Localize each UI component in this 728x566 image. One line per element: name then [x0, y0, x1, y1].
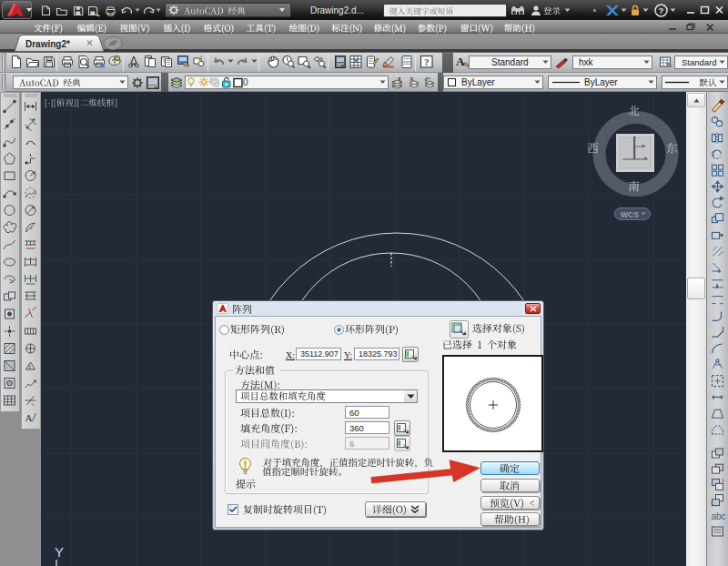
svg-text:A: A: [25, 412, 33, 423]
svg-text:1: 1: [28, 364, 32, 369]
svg-text:?: ?: [424, 56, 430, 67]
svg-text:A: A: [5, 411, 15, 412]
svg-text:Y: Y: [55, 544, 64, 560]
svg-text:A: A: [456, 55, 465, 68]
svg-text:abc: abc: [712, 511, 726, 521]
svg-text:?: ?: [659, 6, 664, 15]
svg-text:Drawing2*: Drawing2*: [25, 39, 70, 49]
